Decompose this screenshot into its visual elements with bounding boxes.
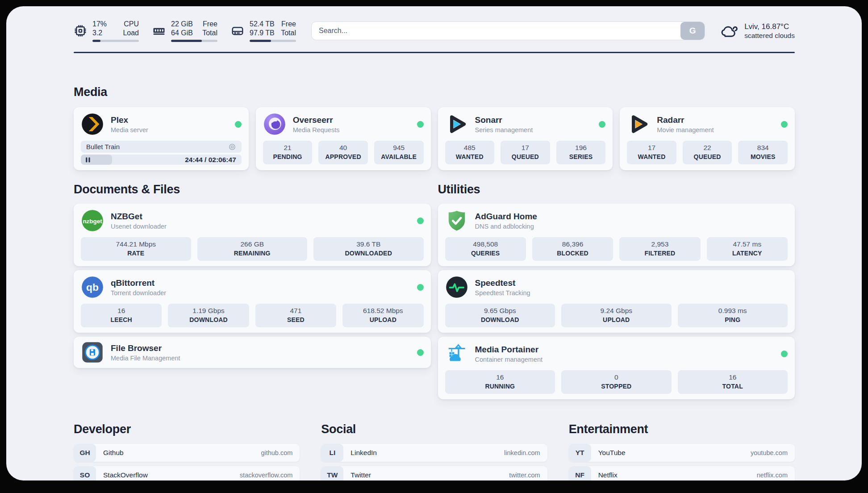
- stat-queued: 17 QUEUED: [501, 141, 550, 164]
- cpu-labels: CPU Load: [123, 20, 139, 38]
- stat-rate: 744.21 Mbps RATE: [81, 237, 191, 261]
- playback-time: 24:44 / 02:06:47: [185, 156, 236, 164]
- app-card-adguard[interactable]: AdGuard Home DNS and adblocking 498,508 …: [438, 204, 795, 266]
- disk-total-value: 97.9 TB: [250, 29, 275, 38]
- stat-label: QUEUED: [685, 153, 730, 161]
- bookmark-group-entertainment: Entertainment YT YouTube youtube.com NF …: [569, 422, 795, 480]
- bookmark-netflix[interactable]: NF Netflix netflix.com: [569, 466, 795, 480]
- stat-upload: 9.24 Gbps UPLOAD: [561, 304, 672, 327]
- stat-downloaded: 39.6 TB DOWNLOADED: [313, 237, 424, 261]
- status-dot: [417, 121, 424, 128]
- stat-value: 0.993 ms: [680, 307, 785, 315]
- stat-value: 485: [448, 144, 492, 152]
- stat-ping: 0.993 ms PING: [678, 304, 788, 327]
- app-card-sonarr[interactable]: Sonarr Series management 485 WANTED 17 Q…: [438, 107, 613, 170]
- section-title-social: Social: [321, 422, 547, 436]
- app-card-radarr[interactable]: Radarr Movie management 17 WANTED 22 QUE…: [620, 107, 795, 170]
- stat-label: MOVIES: [741, 153, 785, 161]
- app-desc: Torrent downloader: [111, 289, 166, 297]
- app-desc: Series management: [475, 126, 533, 134]
- app-card-overseerr[interactable]: Overseerr Media Requests 21 PENDING 40 A…: [256, 107, 431, 170]
- weather-location-temp: Lviv, 16.87°C: [744, 22, 795, 31]
- bookmark-name: YouTube: [598, 449, 626, 457]
- bookmark-url: netflix.com: [757, 472, 788, 479]
- search-engine-button[interactable]: G: [680, 22, 705, 40]
- stat-available: 945 AVAILABLE: [374, 141, 424, 164]
- bookmark-github[interactable]: GH Github github.com: [74, 444, 300, 462]
- stat-value: 9.65 Gbps: [448, 307, 553, 315]
- stat-label: BLOCKED: [535, 250, 610, 257]
- status-dot: [599, 121, 605, 128]
- stat-download: 1.19 Gbps DOWNLOAD: [168, 304, 249, 327]
- now-playing-title: Bullet Train: [86, 143, 120, 150]
- adguard-shield-icon: [445, 209, 468, 232]
- bookmark-url: youtube.com: [751, 449, 788, 456]
- section-title-documents: Documents & Files: [74, 183, 431, 196]
- bookmark-name: LinkedIn: [351, 449, 377, 457]
- cpu-progress-track: [92, 40, 139, 42]
- stat-queued: 22 QUEUED: [683, 141, 732, 164]
- stat-approved: 40 APPROVED: [318, 141, 368, 164]
- stat-download: 9.65 Gbps DOWNLOAD: [445, 304, 555, 327]
- stat-value: 16: [680, 373, 785, 381]
- stat-value: 834: [741, 144, 785, 152]
- stat-label: PING: [680, 316, 785, 324]
- app-desc: Container management: [475, 356, 543, 363]
- app-name: Plex: [111, 115, 148, 125]
- disk-progress-fill: [250, 40, 271, 42]
- stat-label: AVAILABLE: [377, 153, 421, 161]
- documents-column: Documents & Files nzbget NZBGet Usenet d…: [74, 183, 431, 399]
- bookmark-name: StackOverflow: [103, 471, 148, 479]
- stat-queries: 498,508 QUERIES: [445, 237, 526, 261]
- disk-free-value: 52.4 TB: [250, 20, 275, 29]
- status-dot: [417, 217, 424, 224]
- stat-label: QUERIES: [448, 250, 523, 257]
- status-dot: [781, 121, 788, 128]
- section-title-developer: Developer: [74, 422, 300, 436]
- app-desc: Movie management: [657, 126, 714, 134]
- stat-label: TOTAL: [680, 383, 785, 390]
- app-card-speedtest[interactable]: Speedtest Speedtest Tracking 9.65 Gbps D…: [438, 270, 795, 333]
- bookmark-stackoverflow[interactable]: SO StackOverflow stackoverflow.com: [74, 466, 300, 480]
- app-card-nzbget[interactable]: nzbget NZBGet Usenet downloader 744.21 M…: [74, 204, 431, 266]
- stat-seed: 471 SEED: [255, 304, 336, 327]
- bookmark-abbr: YT: [569, 444, 591, 462]
- bookmark-name: Github: [103, 449, 124, 457]
- status-dot: [417, 284, 424, 291]
- bookmark-youtube[interactable]: YT YouTube youtube.com: [569, 444, 795, 462]
- cpu-percent: 17%: [92, 20, 107, 29]
- search-input[interactable]: [312, 22, 680, 40]
- stat-label: DOWNLOAD: [171, 316, 246, 324]
- app-desc: DNS and adblocking: [475, 223, 537, 230]
- bookmark-url: linkedin.com: [504, 449, 540, 456]
- stat-label: LEECH: [83, 316, 159, 324]
- app-name: AdGuard Home: [475, 211, 537, 221]
- app-card-plex[interactable]: Plex Media server Bullet Train 24:44 / 0…: [74, 107, 249, 170]
- stat-value: 618.52 Mbps: [345, 307, 421, 315]
- stat-label: REMAINING: [200, 250, 305, 257]
- bookmark-twitter[interactable]: TW Twitter twitter.com: [321, 466, 547, 480]
- app-name: qBittorrent: [111, 278, 166, 288]
- cpu-stat: 17% 3.2 CPU Load: [74, 20, 139, 42]
- cpu-progress-fill: [92, 40, 100, 42]
- app-name: Radarr: [657, 115, 714, 125]
- overseerr-icon: [263, 113, 286, 136]
- stat-value: 1.19 Gbps: [171, 307, 246, 315]
- bookmark-abbr: TW: [321, 466, 343, 480]
- stat-value: 0: [564, 373, 669, 381]
- bookmark-url: stackoverflow.com: [240, 472, 292, 479]
- dashboard-panel: 17% 3.2 CPU Load: [6, 6, 862, 480]
- app-card-qbittorrent[interactable]: qb qBittorrent Torrent downloader 16 LEE…: [74, 270, 431, 333]
- app-card-portainer[interactable]: Media Portainer Container management 16 …: [438, 337, 795, 399]
- disk-icon: [231, 24, 244, 38]
- bookmark-name: Twitter: [351, 471, 371, 479]
- stat-pending: 21 PENDING: [263, 141, 313, 164]
- stat-label: DOWNLOADED: [316, 250, 421, 257]
- memory-values: 22 GiB 64 GiB: [171, 20, 193, 38]
- app-card-filebrowser[interactable]: File Browser Media File Management: [74, 337, 431, 368]
- now-playing-bar: Bullet Train: [81, 141, 242, 153]
- status-dot: [235, 121, 242, 128]
- stat-value: 39.6 TB: [316, 240, 421, 248]
- bookmark-linkedin[interactable]: LI LinkedIn linkedin.com: [321, 444, 547, 462]
- stat-value: 266 GB: [200, 240, 305, 248]
